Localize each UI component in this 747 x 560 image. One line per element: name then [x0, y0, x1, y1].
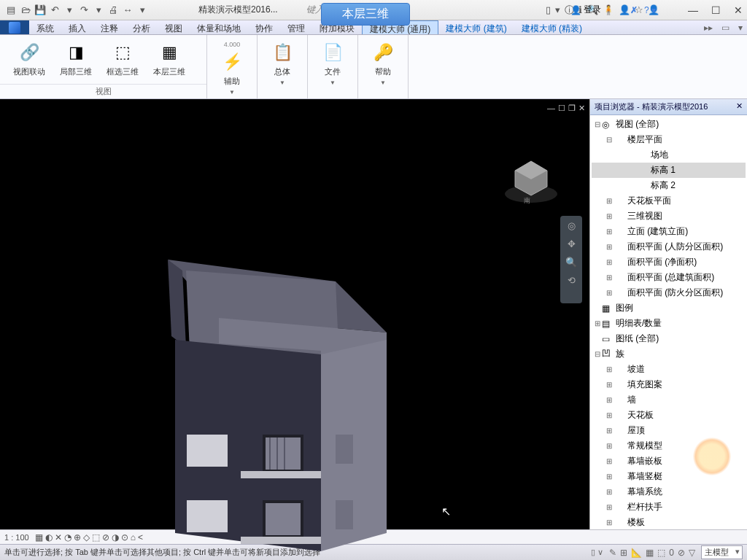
expand-icon[interactable]: ⊞ — [605, 228, 614, 236]
qat-icon[interactable]: ▾ — [63, 4, 76, 17]
tree-node[interactable]: ⊞立面 (建筑立面) — [592, 224, 746, 239]
qat-icon[interactable]: ↶ — [48, 4, 61, 17]
expand-icon[interactable]: ⊞ — [605, 427, 614, 435]
ext-icon[interactable]: ▸▸ — [700, 20, 717, 34]
viewbar-icon[interactable]: ◇ — [83, 532, 90, 542]
tree-node[interactable]: ⊞面积平面 (防火分区面积) — [592, 285, 746, 300]
status-icon[interactable]: 📐 — [631, 548, 642, 558]
ribbon-button[interactable]: 📄文件▼ — [314, 38, 352, 96]
expand-icon[interactable]: ⊞ — [605, 503, 614, 511]
expand-icon[interactable]: ⊞ — [605, 197, 614, 205]
expand-icon[interactable]: ⊞ — [605, 273, 614, 281]
tree-node[interactable]: ⊞面积平面 (人防分区面积) — [592, 239, 746, 254]
menu-tab[interactable]: 建模大师 (精装) — [514, 20, 589, 34]
tree-node[interactable]: ⊞天花板平面 — [592, 193, 746, 209]
ribbon-button[interactable]: ▦本层三维 — [146, 38, 193, 81]
tree-node[interactable]: 标高 2 — [592, 178, 746, 193]
tree-node[interactable]: 场地 — [592, 147, 746, 163]
qat-icon[interactable]: ▤ — [4, 4, 18, 17]
status-icon[interactable]: ⊞ — [620, 548, 627, 558]
viewbar-icon[interactable]: ⬚ — [92, 532, 100, 542]
qat-icon[interactable]: ▾ — [136, 4, 149, 17]
tree-node[interactable]: ⊟◎视图 (全部) — [592, 117, 746, 132]
orbit-icon[interactable]: ⟲ — [568, 275, 576, 286]
expand-icon[interactable]: ⊟ — [605, 136, 614, 144]
status-icon[interactable]: ▦ — [646, 548, 654, 558]
ribbon-button[interactable]: 4.000⚡辅助▼ — [213, 38, 251, 98]
tree-node[interactable]: ▭图纸 (全部) — [592, 331, 746, 346]
expand-icon[interactable]: ⊞ — [605, 472, 614, 481]
status-icon[interactable]: ⊘ — [678, 548, 685, 558]
help-icon[interactable]: ? ▾ — [644, 5, 656, 15]
viewbar-icon[interactable]: ⊕ — [74, 532, 81, 542]
status-icon[interactable]: 0 — [669, 548, 674, 558]
expand-icon[interactable]: ⊟ — [593, 350, 602, 358]
tool-icon[interactable]: 👤 — [619, 4, 630, 15]
tool-icon[interactable]: ▾ — [555, 4, 560, 15]
qat-icon[interactable]: ↔ — [121, 4, 134, 17]
menu-tab[interactable]: 体量和场地 — [190, 20, 248, 34]
viewbar-icon[interactable]: ⊙ — [121, 532, 128, 542]
tree-node[interactable]: ⊞常规模型 — [592, 438, 746, 454]
tree-node[interactable]: ⊞面积平面 (总建筑面积) — [592, 270, 746, 285]
menu-tab[interactable]: 分析 — [125, 20, 158, 34]
tree-node[interactable]: ⊞幕墙系统 — [592, 484, 746, 499]
expand-icon[interactable]: ⊞ — [605, 243, 614, 251]
close-icon[interactable]: ✕ — [736, 101, 743, 112]
login[interactable]: 👤登录 — [570, 4, 601, 16]
ribbon-button[interactable]: 📋总体▼ — [263, 38, 301, 96]
tree-node[interactable]: ⊞坡道 — [592, 362, 746, 377]
expand-icon[interactable]: ⊞ — [605, 365, 614, 373]
status-icon[interactable]: ▽ — [689, 548, 695, 558]
tree-node[interactable]: ⊟楼层平面 — [592, 132, 746, 147]
status-icon[interactable]: ⬚ — [657, 548, 665, 558]
app-menu[interactable] — [0, 20, 29, 34]
viewbar-icon[interactable]: ✕ — [55, 532, 62, 542]
tree-node[interactable]: ⊞栏杆扶手 — [592, 499, 746, 515]
viewbar-icon[interactable]: ▦ — [35, 532, 43, 542]
tree-node[interactable]: ⊞三维视图 — [592, 209, 746, 224]
expand-icon[interactable]: ⊞ — [605, 488, 614, 496]
tool-icon[interactable]: ▯ — [546, 4, 551, 15]
expand-icon[interactable]: ⊞ — [605, 381, 614, 389]
close-icon[interactable]: ✕ — [734, 4, 743, 16]
qat-icon[interactable]: ▾ — [92, 4, 105, 17]
viewbar-icon[interactable]: ◐ — [45, 532, 53, 542]
menu-tab[interactable]: 注释 — [93, 20, 125, 34]
viewbar-icon[interactable]: ⊘ — [102, 532, 109, 542]
tree-node[interactable]: ⊞幕墙竖梃 — [592, 469, 746, 484]
status-icon[interactable]: ✎ — [609, 548, 616, 558]
tree-node[interactable]: ⊞面积平面 (净面积) — [592, 254, 746, 270]
expand-icon[interactable]: ⊞ — [605, 457, 614, 465]
qat-icon[interactable]: 💾 — [34, 4, 47, 17]
scale[interactable]: 1 : 100 — [4, 533, 29, 542]
expand-icon[interactable]: ⊞ — [605, 258, 614, 266]
tree-node[interactable]: ⊞填充图案 — [592, 377, 746, 392]
x-icon[interactable]: ✗ — [630, 5, 638, 15]
close-icon[interactable]: ✕ — [578, 104, 585, 113]
viewbar-icon[interactable]: ◔ — [64, 532, 71, 542]
ext-icon[interactable]: ▭ — [717, 20, 734, 34]
tree-node[interactable]: ⊟凹族 — [592, 346, 746, 362]
minimize-icon[interactable]: — — [688, 4, 698, 16]
ribbon-button[interactable]: ⬚框选三维 — [99, 38, 146, 81]
tree-node[interactable]: ⊞▤明细表/数量 — [592, 316, 746, 331]
expand-icon[interactable]: ⊞ — [605, 396, 614, 404]
menu-tab[interactable]: 系统 — [29, 20, 61, 34]
viewbar-icon[interactable]: ◑ — [112, 532, 119, 542]
viewcube[interactable]: 南 — [502, 150, 560, 209]
nav-bar[interactable]: ◎ ✥ 🔍 ⟲ — [560, 216, 582, 303]
ribbon-button[interactable]: ◨局部三维 — [53, 38, 99, 81]
ribbon-button[interactable]: 🔑帮助▼ — [364, 38, 402, 96]
restore-icon[interactable]: ❐ — [568, 104, 576, 113]
expand-icon[interactable]: ⊞ — [605, 518, 614, 526]
viewport-3d[interactable]: — ☐ ❐ ✕ 南 ◎ ✥ 🔍 ⟲ ↖ — [0, 99, 589, 529]
tree-node[interactable]: ▦图例 — [592, 300, 746, 316]
tree-node[interactable]: ⊞屋顶 — [592, 423, 746, 438]
expand-icon[interactable]: ⊞ — [605, 212, 614, 220]
tool-icon[interactable]: 🧍 — [603, 4, 614, 15]
tree-node[interactable]: ⊞天花板 — [592, 408, 746, 423]
maximize-icon[interactable]: ☐ — [558, 104, 565, 113]
expand-icon[interactable]: ⊟ — [593, 120, 602, 128]
tree-node[interactable]: ⊞楼板 — [592, 515, 746, 529]
